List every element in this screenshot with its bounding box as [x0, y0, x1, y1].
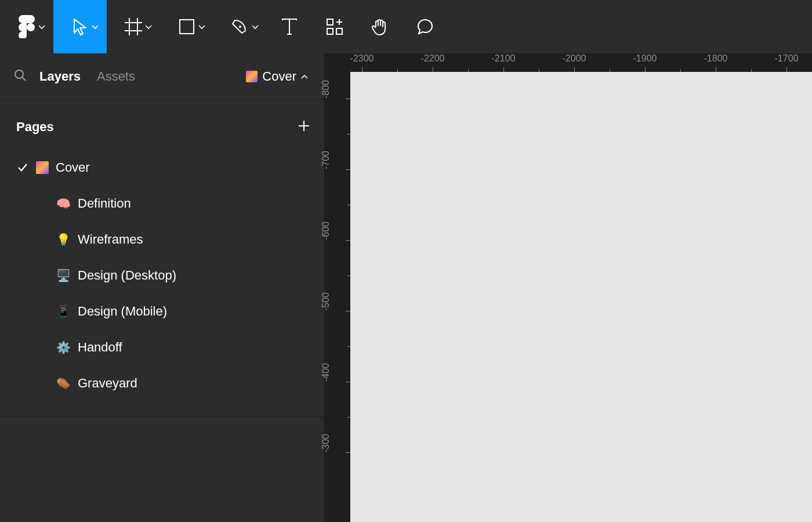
toolbar [0, 0, 812, 53]
ruler-tick-label: -2300 [350, 53, 374, 64]
chevron-up-icon [301, 74, 308, 79]
move-cursor-icon [72, 18, 88, 35]
resources-icon [326, 18, 343, 35]
page-emoji-icon: ⚙️ [56, 340, 71, 354]
ruler-tick [346, 452, 350, 453]
page-thumb-icon [36, 161, 49, 174]
canvas-area: -2300-2200-2100-2000-1900-1800-1700 -800… [325, 53, 812, 522]
check-icon [16, 164, 29, 172]
ruler-tick [574, 67, 575, 72]
page-emoji-icon: ⚰️ [56, 376, 71, 390]
page-item-label: Definition [78, 196, 131, 211]
ruler-tick [433, 67, 433, 72]
canvas[interactable] [350, 72, 812, 522]
ruler-tick [362, 67, 362, 72]
page-item-label: Graveyard [78, 376, 137, 391]
hand-tool-button[interactable] [357, 0, 403, 53]
add-page-button[interactable] [298, 119, 310, 135]
pages-title: Pages [16, 119, 54, 135]
left-panel: Layers Assets Cover Pages Cover🧠Definiti… [0, 53, 325, 522]
svg-point-0 [27, 23, 35, 31]
page-item[interactable]: 📱Design (Mobile) [0, 293, 324, 329]
page-emoji-icon: 🖥️ [56, 269, 71, 282]
ruler-tick-label: -500 [321, 292, 331, 311]
page-item-label: Handoff [78, 340, 122, 355]
svg-rect-3 [327, 19, 333, 25]
ruler-tick [346, 99, 350, 99]
shape-tool-button[interactable] [160, 0, 213, 53]
page-item[interactable]: Cover [0, 150, 324, 186]
hand-icon [371, 17, 389, 36]
svg-point-2 [239, 26, 241, 28]
text-tool-button[interactable] [267, 0, 312, 53]
figma-logo-icon [19, 15, 35, 38]
page-item[interactable]: 💡Wireframes [0, 222, 324, 258]
rectangle-icon [179, 19, 195, 35]
ruler-tick [503, 67, 504, 72]
page-item[interactable]: 🧠Definition [0, 186, 324, 222]
page-item[interactable]: ⚙️Handoff [0, 329, 324, 365]
page-emoji-icon: 📱 [56, 304, 71, 318]
page-item-label: Design (Desktop) [78, 268, 176, 283]
ruler-tick [346, 169, 350, 170]
svg-point-6 [15, 70, 23, 78]
svg-rect-4 [327, 28, 333, 34]
search-icon[interactable] [14, 69, 27, 84]
page-thumb-icon [246, 71, 258, 82]
page-item[interactable]: ⚰️Graveyard [0, 365, 324, 401]
chevron-down-icon [252, 21, 259, 32]
page-item[interactable]: 🖥️Design (Desktop) [0, 258, 324, 293]
chevron-down-icon [92, 21, 99, 32]
page-list: Cover🧠Definition💡Wireframes🖥️Design (Des… [0, 150, 324, 417]
ruler-tick-label: -800 [321, 80, 331, 99]
pen-tool-button[interactable] [213, 0, 267, 53]
page-emoji-icon: 🧠 [56, 197, 71, 211]
ruler-tick-label: -1800 [704, 53, 728, 64]
text-icon [281, 18, 298, 35]
chevron-down-icon [198, 21, 205, 32]
page-emoji-icon: 💡 [56, 233, 71, 246]
ruler-tick [346, 311, 350, 311]
comment-tool-button[interactable] [403, 0, 448, 53]
ruler-tick [716, 67, 716, 72]
page-item-label: Wireframes [78, 232, 143, 247]
tab-assets[interactable]: Assets [97, 69, 135, 84]
page-item-label: Design (Mobile) [78, 304, 167, 319]
ruler-tick-label: -1700 [775, 53, 799, 64]
ruler-tick-label: -1900 [633, 53, 657, 64]
ruler-tick-label: -2200 [421, 53, 445, 64]
chevron-down-icon [38, 21, 45, 32]
tab-layers[interactable]: Layers [39, 69, 81, 84]
ruler-tick [645, 67, 646, 72]
ruler-tick [346, 382, 350, 382]
ruler-tick-label: -700 [321, 151, 331, 169]
panel-header: Layers Assets Cover [0, 53, 324, 100]
pages-header: Pages [0, 100, 324, 150]
svg-rect-1 [180, 20, 194, 34]
page-item-label: Cover [56, 160, 90, 175]
move-tool-button[interactable] [53, 0, 107, 53]
ruler-tick-label: -2100 [492, 53, 516, 64]
chevron-down-icon [145, 21, 152, 32]
page-selector[interactable]: Cover [246, 69, 308, 84]
ruler-tick-label: -400 [321, 363, 331, 382]
ruler-tick-label: -600 [321, 222, 331, 240]
ruler-horizontal[interactable]: -2300-2200-2100-2000-1900-1800-1700 [350, 53, 812, 72]
page-selector-label: Cover [262, 69, 296, 84]
frame-icon [125, 18, 142, 35]
ruler-tick [786, 67, 787, 72]
pen-icon [231, 18, 249, 35]
frame-tool-button[interactable] [107, 0, 160, 53]
resources-tool-button[interactable] [312, 0, 357, 53]
ruler-tick [346, 240, 350, 241]
comment-icon [416, 18, 434, 35]
svg-rect-5 [336, 28, 342, 34]
main-menu-button[interactable] [0, 0, 53, 53]
ruler-vertical[interactable]: -800-700-600-500-400-300 [325, 72, 350, 522]
ruler-tick-label: -300 [321, 434, 331, 452]
ruler-tick-label: -2000 [563, 53, 586, 64]
